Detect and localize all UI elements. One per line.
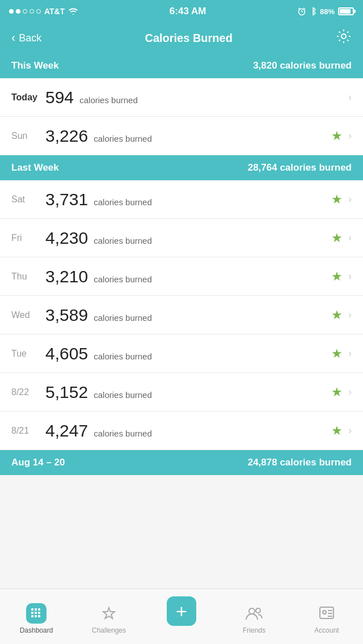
- tab-dashboard[interactable]: Dashboard: [0, 599, 73, 634]
- star-icon: ★: [331, 385, 343, 400]
- svg-point-15: [256, 608, 260, 613]
- page-title: Calories Burned: [145, 32, 232, 45]
- svg-rect-6: [38, 608, 40, 611]
- svg-rect-11: [35, 615, 37, 617]
- day-label: Wed: [11, 310, 45, 320]
- star-icon: ★: [331, 308, 343, 323]
- tab-icon-challenges: [99, 603, 119, 624]
- dashboard-icon: [29, 607, 43, 620]
- day-label: Tue: [11, 349, 45, 359]
- last-week-total: 28,764 calories burned: [248, 162, 352, 173]
- list-item[interactable]: Thu 3,210 calories burned ★ ›: [0, 257, 363, 296]
- account-icon: [319, 606, 335, 621]
- tab-label-account: Account: [314, 626, 339, 634]
- gear-icon: [336, 28, 352, 44]
- aug14-20-total: 24,878 calories burned: [248, 457, 352, 468]
- battery-fill: [340, 9, 351, 14]
- list-item[interactable]: Today 594 calories burned ›: [0, 78, 363, 117]
- status-bar: AT&T 6:43 AM 88%: [0, 0, 363, 23]
- calories-value: 3,226 calories burned: [45, 126, 331, 146]
- add-button[interactable]: +: [167, 596, 196, 626]
- chevron-right-icon: ›: [348, 270, 352, 282]
- tab-label-friends: Friends: [243, 626, 265, 634]
- star-icon: ★: [331, 231, 343, 245]
- last-week-list: Sat 3,731 calories burned ★ › Fri 4,230 …: [0, 180, 363, 450]
- day-label: Today: [11, 92, 45, 103]
- list-item[interactable]: Tue 4,605 calories burned ★ ›: [0, 334, 363, 373]
- tab-friends[interactable]: Friends: [218, 599, 290, 634]
- chevron-right-icon: ›: [348, 309, 352, 321]
- day-label: Fri: [11, 233, 45, 243]
- back-chevron-icon: ‹: [11, 32, 15, 44]
- svg-rect-4: [31, 608, 33, 611]
- star-icon: ★: [331, 129, 343, 143]
- aug14-20-label: Aug 14 – 20: [11, 457, 65, 468]
- calories-value: 594 calories burned: [45, 88, 348, 107]
- this-week-list: Today 594 calories burned › Sun 3,226 ca…: [0, 78, 363, 155]
- list-item[interactable]: 8/22 5,152 calories burned ★ ›: [0, 373, 363, 412]
- svg-rect-10: [31, 615, 33, 617]
- last-week-label: Last Week: [11, 162, 59, 173]
- chevron-right-icon: ›: [348, 386, 352, 398]
- status-right: 88%: [297, 7, 354, 16]
- day-label: 8/22: [11, 387, 45, 397]
- chevron-right-icon: ›: [348, 130, 352, 142]
- calories-value: 4,605 calories burned: [45, 344, 331, 363]
- calories-value: 3,589 calories burned: [45, 306, 331, 325]
- svg-rect-7: [31, 612, 33, 614]
- svg-point-14: [249, 608, 255, 614]
- tab-icon-dashboard: [26, 603, 47, 624]
- day-label: Thu: [11, 272, 45, 282]
- tab-account[interactable]: Account: [290, 599, 363, 634]
- tab-icon-friends: [244, 603, 264, 624]
- dot-5: [36, 9, 41, 14]
- dot-4: [29, 9, 34, 14]
- wifi-icon: [68, 7, 78, 15]
- list-item[interactable]: Wed 3,589 calories burned ★ ›: [0, 296, 363, 334]
- bluetooth-icon: [310, 7, 316, 16]
- list-item[interactable]: Fri 4,230 calories burned ★ ›: [0, 219, 363, 257]
- battery-percent: 88%: [320, 7, 335, 16]
- nav-bar: ‹ Back Calories Burned: [0, 23, 363, 53]
- back-button[interactable]: ‹ Back: [11, 32, 41, 44]
- star-icon: ★: [331, 269, 343, 284]
- svg-rect-12: [38, 615, 40, 617]
- calories-value: 4,247 calories burned: [45, 421, 331, 440]
- last-week-header: Last Week 28,764 calories burned: [0, 155, 363, 180]
- carrier-label: AT&T: [44, 7, 65, 16]
- this-week-header: This Week 3,820 calories burned: [0, 53, 363, 78]
- day-label: Sat: [11, 194, 45, 205]
- calories-value: 4,230 calories burned: [45, 228, 331, 248]
- list-item[interactable]: 8/21 4,247 calories burned ★ ›: [0, 412, 363, 450]
- list-item[interactable]: Sun 3,226 calories burned ★ ›: [0, 117, 363, 155]
- tab-label-dashboard: Dashboard: [20, 626, 53, 634]
- star-icon: ★: [331, 346, 343, 361]
- dot-1: [9, 9, 14, 14]
- content-scroll: This Week 3,820 calories burned Today 59…: [0, 53, 363, 588]
- tab-add[interactable]: +: [145, 596, 218, 637]
- back-label: Back: [19, 32, 41, 44]
- chevron-right-icon: ›: [348, 348, 352, 359]
- tab-challenges[interactable]: Challenges: [73, 599, 145, 634]
- friends-icon: [246, 606, 263, 621]
- svg-point-3: [341, 34, 346, 39]
- tab-label-challenges: Challenges: [92, 626, 126, 634]
- chevron-right-icon: ›: [348, 425, 352, 437]
- svg-rect-5: [35, 608, 37, 611]
- plus-icon: +: [176, 601, 187, 621]
- day-label: Sun: [11, 131, 45, 141]
- aug14-20-header: Aug 14 – 20 24,878 calories burned: [0, 450, 363, 475]
- challenges-icon: [101, 605, 117, 621]
- chevron-right-icon: ›: [348, 193, 352, 205]
- chevron-right-icon: ›: [348, 91, 352, 103]
- dot-3: [23, 9, 27, 14]
- svg-marker-13: [103, 608, 115, 618]
- calories-value: 5,152 calories burned: [45, 383, 331, 402]
- alarm-icon: [297, 7, 306, 16]
- settings-button[interactable]: [336, 28, 352, 48]
- day-label: 8/21: [11, 426, 45, 436]
- status-left: AT&T: [9, 7, 78, 16]
- list-item[interactable]: Sat 3,731 calories burned ★ ›: [0, 180, 363, 219]
- star-icon: ★: [331, 423, 343, 438]
- tab-bar: Dashboard Challenges + Friends: [0, 588, 363, 644]
